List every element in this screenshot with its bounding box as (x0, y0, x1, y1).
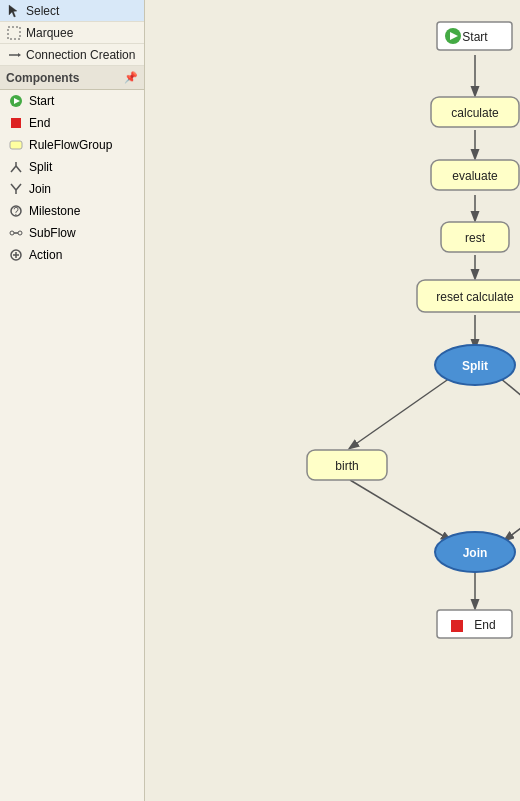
comp-action[interactable]: Action (0, 244, 144, 266)
marquee-icon (6, 25, 22, 41)
comp-subflow[interactable]: SubFlow (0, 222, 144, 244)
svg-rect-1 (8, 27, 20, 39)
tool-marquee-label: Marquee (26, 26, 73, 40)
comp-milestone-label: Milestone (29, 204, 80, 218)
svg-text:evaluate: evaluate (452, 169, 498, 183)
comp-end[interactable]: End (0, 112, 144, 134)
svg-text:Split: Split (462, 359, 488, 373)
join-icon (8, 181, 24, 197)
comp-join[interactable]: Join (0, 178, 144, 200)
svg-text:birth: birth (335, 459, 358, 473)
end-icon (8, 115, 24, 131)
svg-line-27 (350, 378, 450, 448)
svg-text:rest: rest (465, 231, 486, 245)
tool-marquee[interactable]: Marquee (0, 22, 144, 44)
svg-line-12 (16, 184, 21, 190)
svg-line-10 (16, 166, 21, 172)
comp-milestone[interactable]: ? Milestone (0, 200, 144, 222)
comp-split-label: Split (29, 160, 52, 174)
flow-diagram: Start calculate evaluate rest reset calc… (145, 0, 520, 801)
action-icon (8, 247, 24, 263)
comp-join-label: Join (29, 182, 51, 196)
svg-line-28 (500, 378, 520, 448)
tool-connection-label: Connection Creation (26, 48, 135, 62)
components-header: Components 📌 (0, 66, 144, 90)
svg-text:reset calculate: reset calculate (436, 290, 514, 304)
svg-marker-0 (9, 5, 17, 17)
subflow-icon (8, 225, 24, 241)
milestone-icon: ? (8, 203, 24, 219)
comp-start-label: Start (29, 94, 54, 108)
tool-select-label: Select (26, 4, 59, 18)
arrow-icon (6, 47, 22, 63)
tool-select[interactable]: Select (0, 0, 144, 22)
svg-rect-53 (451, 620, 463, 632)
comp-action-label: Action (29, 248, 62, 262)
svg-point-17 (18, 231, 22, 235)
svg-point-16 (10, 231, 14, 235)
svg-line-11 (11, 184, 16, 190)
comp-end-label: End (29, 116, 50, 130)
start-icon (8, 93, 24, 109)
svg-rect-7 (10, 141, 22, 149)
comp-split[interactable]: Split (0, 156, 144, 178)
cursor-icon (6, 3, 22, 19)
svg-text:calculate: calculate (451, 106, 499, 120)
flow-canvas[interactable]: Start calculate evaluate rest reset calc… (145, 0, 520, 801)
svg-text:End: End (474, 618, 495, 632)
sidebar: Select Marquee Connection Creation Compo… (0, 0, 145, 801)
tool-connection[interactable]: Connection Creation (0, 44, 144, 66)
svg-line-9 (11, 166, 16, 172)
components-header-label: Components (6, 71, 79, 85)
ruleflow-icon (8, 137, 24, 153)
svg-text:?: ? (13, 206, 19, 217)
split-icon (8, 159, 24, 175)
comp-ruleflow-label: RuleFlowGroup (29, 138, 112, 152)
svg-line-30 (505, 480, 520, 540)
svg-rect-6 (11, 118, 21, 128)
comp-ruleflow[interactable]: RuleFlowGroup (0, 134, 144, 156)
svg-text:Join: Join (463, 546, 488, 560)
comp-subflow-label: SubFlow (29, 226, 76, 240)
svg-text:Start: Start (462, 30, 488, 44)
pin-icon[interactable]: 📌 (124, 71, 138, 84)
svg-line-29 (350, 480, 450, 540)
comp-start[interactable]: Start (0, 90, 144, 112)
svg-marker-3 (18, 53, 21, 57)
